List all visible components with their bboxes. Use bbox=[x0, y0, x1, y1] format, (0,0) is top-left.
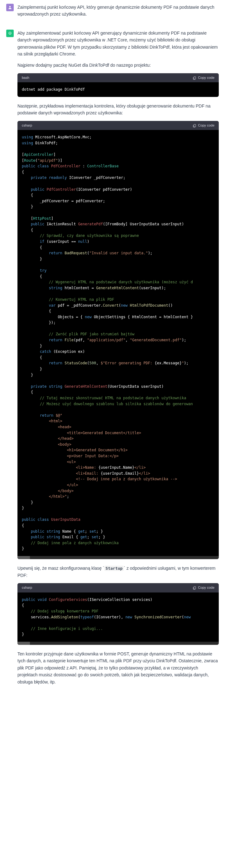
assistant-para-5: Ten kontroler przyjmuje dane użytkownika… bbox=[18, 650, 219, 685]
assistant-content: Aby zaimplementować punkt końcowy API ge… bbox=[18, 30, 219, 690]
scrollbar-thumb[interactable] bbox=[18, 556, 30, 559]
code-block-bash: bash Copy code dotnet add package DinkTo… bbox=[18, 73, 219, 97]
code-body[interactable]: using Microsoft.AspNetCore.Mvc; using Di… bbox=[18, 130, 219, 556]
clipboard-icon bbox=[193, 586, 196, 590]
svg-rect-3 bbox=[194, 124, 196, 127]
code-body[interactable]: public void ConfigureServices(IServiceCo… bbox=[18, 592, 219, 642]
copy-label: Copy code bbox=[198, 123, 215, 128]
svg-point-1 bbox=[9, 32, 11, 34]
svg-point-0 bbox=[9, 6, 11, 7]
code-lang-label: bash bbox=[22, 75, 29, 81]
openai-icon bbox=[8, 31, 12, 35]
svg-rect-2 bbox=[194, 77, 196, 79]
scrollbar-thumb[interactable] bbox=[18, 642, 30, 645]
svg-rect-4 bbox=[194, 587, 196, 589]
copy-button[interactable]: Copy code bbox=[193, 75, 215, 81]
code-header: csharp Copy code bbox=[18, 583, 219, 592]
code-header: csharp Copy code bbox=[18, 121, 219, 130]
assistant-row: Aby zaimplementować punkt końcowy API ge… bbox=[0, 26, 225, 693]
user-avatar bbox=[6, 4, 14, 11]
assistant-para-1: Aby zaimplementować punkt końcowy API ge… bbox=[18, 30, 219, 58]
assistant-para-2: Najpierw dodajmy paczkę NuGet dla DinkTo… bbox=[18, 62, 219, 68]
code-body[interactable]: dotnet add package DinkToPdf bbox=[18, 82, 219, 97]
user-row: Zaimplementuj punkt końcowy API, który g… bbox=[0, 0, 225, 26]
code-lang-label: csharp bbox=[22, 123, 32, 128]
code-block-csharp-controller: csharp Copy code using Microsoft.AspNetC… bbox=[18, 121, 219, 559]
user-message-text: Zaimplementuj punkt końcowy API, który g… bbox=[18, 4, 219, 18]
user-content: Zaimplementuj punkt końcowy API, który g… bbox=[18, 4, 219, 22]
assistant-avatar bbox=[6, 30, 14, 37]
inline-code: Startup bbox=[104, 566, 124, 571]
clipboard-icon bbox=[193, 76, 196, 80]
code-header: bash Copy code bbox=[18, 73, 219, 83]
copy-label: Copy code bbox=[198, 585, 215, 591]
clipboard-icon bbox=[193, 124, 196, 127]
copy-button[interactable]: Copy code bbox=[193, 585, 215, 591]
copy-button[interactable]: Copy code bbox=[193, 123, 215, 128]
assistant-para-3: Następnie, przykładowa implementacja kon… bbox=[18, 102, 219, 117]
code-block-csharp-startup: csharp Copy code public void ConfigureSe… bbox=[18, 583, 219, 645]
code-lang-label: csharp bbox=[22, 585, 32, 591]
horizontal-scrollbar[interactable] bbox=[18, 642, 219, 645]
copy-label: Copy code bbox=[198, 75, 215, 81]
assistant-para-4: Upewnij się, że masz skonfigurowaną klas… bbox=[18, 565, 219, 579]
person-icon bbox=[8, 5, 12, 10]
horizontal-scrollbar[interactable] bbox=[18, 556, 219, 559]
